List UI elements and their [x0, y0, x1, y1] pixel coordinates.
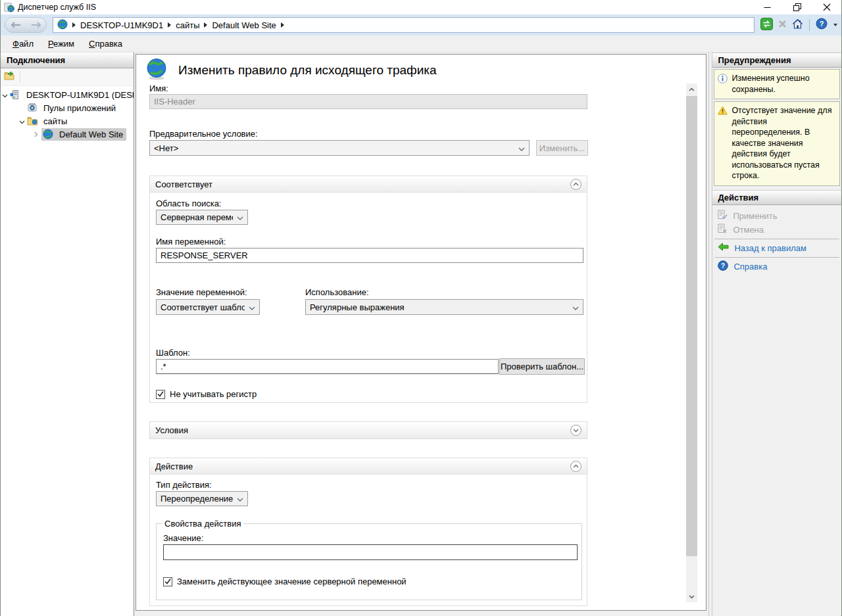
test-pattern-button[interactable]: Проверить шаблон...	[499, 358, 585, 375]
tree-item-server[interactable]: DESKTOP-U1MK9D1 (DESKTOP	[1, 88, 134, 101]
tree-item-label[interactable]: DESKTOP-U1MK9D1 (DESKTOP	[24, 89, 134, 101]
connect-icon[interactable]	[4, 70, 16, 83]
menu-file[interactable]: Файл	[6, 37, 40, 51]
breadcrumb-separator-icon	[204, 22, 207, 28]
collapse-section-icon[interactable]	[570, 179, 582, 190]
iis-manager-window: Диспетчер служб IIS DESKTOP-U1MK9D1	[0, 0, 842, 616]
action-type-select[interactable]: Переопределение	[156, 491, 248, 506]
breadcrumb-item-default-web-site[interactable]: Default Web Site	[212, 20, 276, 30]
page-title: Изменить правило для исходящего трафика	[178, 63, 437, 78]
tree-item-default-web-site[interactable]: Default Web Site	[1, 128, 134, 141]
chevron-down-icon[interactable]	[18, 116, 26, 126]
replace-value-checkbox-checked[interactable]	[163, 577, 172, 586]
tree-item-label[interactable]: сайты	[41, 116, 69, 127]
chevron-down-icon	[237, 212, 243, 222]
sites-folder-icon	[27, 116, 38, 126]
toolbar-divider	[20, 71, 20, 83]
precondition-label: Предварительное условие:	[149, 129, 258, 139]
match-section-header[interactable]: Соответствует	[150, 176, 587, 193]
tree-item-app-pools[interactable]: Пулы приложений	[1, 101, 134, 114]
breadcrumb-separator-icon	[168, 22, 171, 28]
help-dropdown-icon[interactable]	[833, 24, 837, 26]
action-properties-group: Свойства действия Значение: Заменить дей…	[156, 523, 582, 600]
alerts-title: Предупреждения	[712, 53, 841, 68]
collapse-section-icon[interactable]	[570, 461, 582, 472]
tree-item-label[interactable]: Пулы приложений	[41, 103, 118, 114]
server-icon	[10, 89, 21, 100]
close-button[interactable]	[812, 0, 841, 14]
ignore-case-label: Не учитывать регистр	[170, 389, 257, 399]
precondition-select[interactable]: <Нет>	[149, 140, 530, 156]
expand-section-icon[interactable]	[570, 425, 582, 436]
minimize-button[interactable]	[753, 0, 782, 14]
help-icon: ?	[718, 260, 728, 273]
cancel-icon	[718, 224, 728, 235]
scroll-up-icon[interactable]	[686, 83, 697, 95]
variable-name-input[interactable]	[156, 248, 583, 263]
right-pane: Предупреждения Изменения успешно сохране…	[712, 53, 841, 616]
title-bar: Диспетчер служб IIS	[1, 0, 841, 14]
replace-checkrow: Заменить действующее значение серверной …	[163, 577, 407, 586]
scope-select[interactable]: Серверная переменн	[156, 210, 248, 225]
actions-divider	[714, 239, 839, 239]
scope-label: Область поиска:	[156, 199, 221, 208]
cancel-action: Отмена	[712, 223, 841, 237]
back-icon[interactable]	[11, 19, 21, 31]
actions-divider	[714, 257, 839, 258]
menu-help[interactable]: Справка	[82, 37, 129, 51]
scrollbar-thumb[interactable]	[686, 96, 697, 556]
menu-bar: Файл Режим Справка	[1, 36, 841, 53]
site-globe-icon[interactable]	[57, 19, 68, 32]
chevron-down-icon	[572, 302, 579, 312]
edit-precondition-button: Изменить...	[536, 140, 588, 156]
application-pools-icon	[27, 103, 38, 113]
restore-button[interactable]	[782, 0, 812, 14]
actions-title: Действия	[712, 190, 841, 205]
chevron-down-icon	[518, 143, 525, 153]
actions-list: Применить Отмена Назад к правилам	[712, 205, 841, 273]
ignore-case-checkbox-checked[interactable]	[156, 390, 165, 399]
chevron-down-icon[interactable]	[1, 90, 9, 100]
tree-item-sites[interactable]: сайты	[1, 114, 134, 128]
page-globe-icon	[145, 58, 168, 83]
chevron-right-icon[interactable]	[32, 130, 40, 139]
pattern-input[interactable]	[156, 359, 499, 374]
chevron-down-icon	[249, 302, 255, 312]
chevron-down-icon	[237, 494, 243, 504]
menu-view[interactable]: Режим	[41, 37, 81, 51]
alert-info: Изменения успешно сохранены.	[714, 69, 840, 99]
connections-title: Подключения	[1, 53, 134, 68]
using-label: Использование:	[305, 287, 369, 297]
nav-buttons	[5, 17, 47, 33]
breadcrumb-item-sites[interactable]: сайты	[176, 20, 199, 30]
refresh-icon[interactable]	[760, 18, 773, 33]
address-bar: DESKTOP-U1MK9D1 сайты Default Web Site ?	[1, 14, 841, 36]
conditions-section-header[interactable]: Условия	[150, 422, 587, 438]
content-scrollbar[interactable]	[686, 83, 697, 602]
match-section: Соответствует Область поиска: Серверная …	[149, 176, 587, 403]
scroll-down-icon[interactable]	[686, 591, 697, 602]
forward-icon[interactable]	[31, 19, 41, 31]
using-select[interactable]: Регулярные выражения	[305, 299, 583, 315]
help-link[interactable]: ? Справка	[712, 260, 841, 273]
toolbar-divider	[809, 19, 810, 31]
apply-action: Применить	[712, 209, 841, 223]
help-icon[interactable]: ?	[816, 18, 828, 32]
variable-value-select[interactable]: Соответствует шаблону	[156, 299, 260, 315]
window-title: Диспетчер служб IIS	[18, 3, 753, 12]
back-to-rules-link[interactable]: Назад к правилам	[712, 241, 841, 255]
info-icon	[718, 73, 728, 95]
breadcrumb-separator-icon	[72, 22, 76, 28]
variable-name-label: Имя переменной:	[156, 237, 226, 247]
web-site-globe-icon	[43, 129, 54, 139]
value-label: Значение:	[163, 533, 203, 543]
home-icon[interactable]	[792, 18, 803, 32]
tree-item-label[interactable]: Default Web Site	[57, 129, 125, 140]
connections-toolbar	[1, 68, 134, 86]
value-input[interactable]	[163, 544, 578, 560]
action-section-header[interactable]: Действие	[150, 458, 587, 475]
alert-text: Отсутствует значение для действия переоп…	[731, 105, 837, 181]
apply-icon	[718, 210, 728, 222]
breadcrumb-item-server[interactable]: DESKTOP-U1MK9D1	[80, 20, 163, 30]
svg-text:?: ?	[721, 262, 725, 270]
